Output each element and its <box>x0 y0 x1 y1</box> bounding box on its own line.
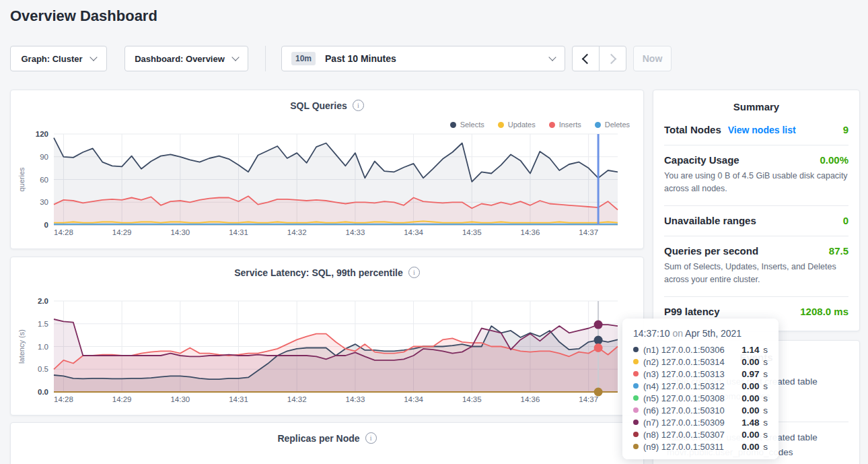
series-color-dot <box>633 395 639 401</box>
svg-text:14:32: 14:32 <box>287 228 307 236</box>
legend-color-dot <box>498 122 504 128</box>
summary-row-label: Total Nodes <box>664 124 721 135</box>
series-color-dot <box>633 359 639 364</box>
summary-row-value: 0 <box>843 215 848 226</box>
dashboard-dropdown-label: Dashboard: Overview <box>135 54 225 64</box>
svg-text:14:31: 14:31 <box>229 228 248 236</box>
summary-row-description: You are using 0 B of 4.5 GiB usable disk… <box>664 170 848 196</box>
sql-queries-chart-plot[interactable]: 14:2814:2914:3014:3114:3214:3314:3414:35… <box>15 129 641 240</box>
svg-text:2.0: 2.0 <box>38 297 48 305</box>
time-range-selector[interactable]: 10m Past 10 Minutes <box>281 46 565 71</box>
tooltip-node-row: (n8) 127.0.0.1:50307 0.00 s <box>633 428 768 440</box>
sql-queries-legend: Selects Updates Inserts Deletes <box>450 121 630 129</box>
tooltip-node-row: (n5) 127.0.0.1:50308 0.00 s <box>633 392 768 404</box>
tooltip-node-label: (n4) 127.0.0.1:50312 <box>643 381 725 391</box>
legend-item[interactable]: Selects <box>450 121 484 129</box>
tooltip-node-row: (n6) 127.0.0.1:50310 0.00 s <box>633 404 768 416</box>
svg-text:1.5: 1.5 <box>38 320 48 328</box>
dashboard-dropdown[interactable]: Dashboard: Overview <box>124 46 248 71</box>
svg-text:latency (s): latency (s) <box>17 329 26 364</box>
now-button[interactable]: Now <box>633 46 672 71</box>
tooltip-node-row: (n1) 127.0.0.1:50306 1.14 s <box>633 343 768 356</box>
series-color-dot <box>633 407 639 413</box>
svg-text:90: 90 <box>40 153 48 161</box>
service-latency-chart-card: Service Latency: SQL, 99th percentile i … <box>10 257 644 416</box>
tooltip-node-label: (n5) 127.0.0.1:50308 <box>643 393 725 403</box>
svg-text:queries: queries <box>17 167 26 192</box>
time-next-button[interactable] <box>599 46 626 71</box>
tooltip-node-value: 1.48 s <box>742 418 768 428</box>
summary-row: Capacity Usage 0.00% You are using 0 B o… <box>664 145 848 206</box>
summary-row-label: P99 latency <box>664 306 720 317</box>
legend-color-dot <box>549 122 555 128</box>
svg-text:14:32: 14:32 <box>287 395 307 403</box>
tooltip-node-value: 0.00 s <box>742 381 768 391</box>
sql-queries-chart-card: SQL Queries i Selects Updates Inserts De… <box>10 90 644 249</box>
chevron-left-icon <box>582 53 593 64</box>
view-nodes-list-link[interactable]: View nodes list <box>728 125 796 135</box>
chart-hover-tooltip: 14:37:10 on Apr 5th, 2021 (n1) 127.0.0.1… <box>622 319 779 459</box>
svg-text:14:29: 14:29 <box>112 395 132 403</box>
legend-color-dot <box>595 122 601 128</box>
series-color-dot <box>633 371 639 376</box>
graph-dropdown-label: Graph: Cluster <box>21 54 82 64</box>
tooltip-node-label: (n8) 127.0.0.1:50307 <box>643 430 725 440</box>
info-icon[interactable]: i <box>365 432 377 444</box>
info-icon[interactable]: i <box>353 100 364 111</box>
tooltip-node-label: (n3) 127.0.0.1:50313 <box>643 369 725 379</box>
svg-text:1.0: 1.0 <box>38 343 48 351</box>
svg-text:14:34: 14:34 <box>404 395 423 403</box>
tooltip-node-label: (n9) 127.0.0.1:50311 <box>643 442 724 452</box>
chevron-down-icon <box>89 53 97 61</box>
svg-text:14:35: 14:35 <box>462 228 482 236</box>
svg-text:14:37: 14:37 <box>579 228 598 236</box>
chart-title-replicas-per-node: Replicas per Node <box>277 433 359 444</box>
info-icon[interactable]: i <box>408 267 420 278</box>
summary-panel: Summary Total Nodes View nodes list 9 Ca… <box>653 90 860 331</box>
svg-text:0.5: 0.5 <box>38 365 48 373</box>
svg-text:14:30: 14:30 <box>170 395 190 403</box>
summary-row: Queries per second 87.5 Sum of Selects, … <box>664 236 848 297</box>
legend-color-dot <box>450 122 456 128</box>
replicas-per-node-chart-card: Replicas per Node i <box>10 422 644 464</box>
series-color-dot <box>633 420 639 425</box>
svg-text:14:34: 14:34 <box>404 228 423 236</box>
tooltip-node-label: (n6) 127.0.0.1:50310 <box>643 405 725 416</box>
time-range-badge: 10m <box>291 52 316 65</box>
summary-row-label: Queries per second <box>664 245 758 257</box>
tooltip-node-value: 0.00 s <box>742 442 768 452</box>
svg-text:14:29: 14:29 <box>112 228 132 236</box>
svg-text:14:35: 14:35 <box>462 395 482 403</box>
series-color-dot <box>633 383 639 389</box>
legend-item[interactable]: Inserts <box>549 121 581 129</box>
legend-item[interactable]: Updates <box>498 121 536 129</box>
time-prev-button[interactable] <box>572 46 600 71</box>
service-latency-chart-plot[interactable]: 14:2814:2914:3014:3114:3214:3314:3414:35… <box>15 296 641 407</box>
series-color-dot <box>633 444 639 449</box>
tooltip-node-value: 0.97 s <box>742 369 768 379</box>
svg-text:0.0: 0.0 <box>38 388 48 396</box>
svg-text:14:33: 14:33 <box>346 395 365 403</box>
time-range-label: Past 10 Minutes <box>325 53 396 64</box>
legend-item[interactable]: Deletes <box>595 121 630 129</box>
tooltip-node-value: 0.00 s <box>742 357 768 367</box>
toolbar-divider <box>265 46 266 71</box>
graph-dropdown[interactable]: Graph: Cluster <box>10 46 107 71</box>
page-title: Overview Dashboard <box>10 7 157 25</box>
svg-text:14:30: 14:30 <box>170 228 190 236</box>
series-color-dot <box>633 347 639 352</box>
tooltip-node-row: (n7) 127.0.0.1:50309 1.48 s <box>633 416 768 428</box>
svg-text:14:31: 14:31 <box>229 395 248 403</box>
svg-text:14:36: 14:36 <box>521 395 540 403</box>
series-color-dot <box>633 432 639 437</box>
summary-row-value: 0.00% <box>820 154 848 166</box>
summary-row-description: Sum of Selects, Updates, Inserts, and De… <box>664 261 848 287</box>
svg-text:14:33: 14:33 <box>346 228 365 236</box>
svg-text:60: 60 <box>40 176 48 184</box>
tooltip-node-value: 1.14 s <box>742 345 768 355</box>
tooltip-node-label: (n2) 127.0.0.1:50314 <box>643 357 725 367</box>
summary-row: Total Nodes View nodes list 9 <box>664 115 848 145</box>
svg-text:14:37: 14:37 <box>579 395 598 403</box>
tooltip-node-value: 0.00 s <box>742 405 768 416</box>
summary-row-label: Capacity Usage <box>664 154 739 166</box>
